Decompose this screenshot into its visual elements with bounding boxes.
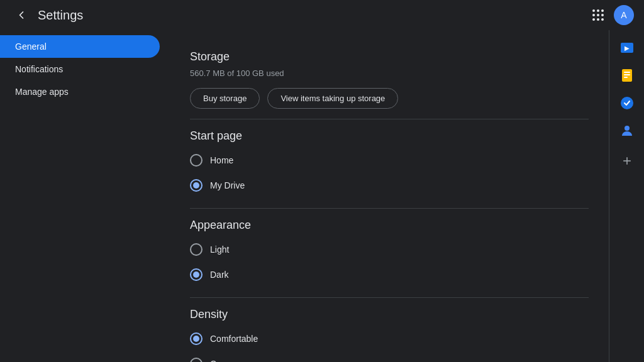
avatar[interactable]: A: [614, 5, 634, 25]
top-bar: Settings A: [0, 0, 644, 30]
start-page-title: Start page: [190, 129, 589, 143]
storage-section: Storage 560.7 MB of 100 GB used Buy stor…: [190, 40, 589, 119]
appearance-section: Appearance Light Dark: [190, 209, 589, 298]
keep-app-icon[interactable]: [614, 63, 640, 88]
appearance-light-option[interactable]: Light: [190, 237, 589, 262]
tasks-app-icon[interactable]: [614, 90, 640, 116]
contacts-app-icon[interactable]: [614, 118, 640, 143]
view-items-button[interactable]: View items taking up storage: [267, 88, 398, 109]
grid-icon: [592, 9, 604, 21]
svg-point-6: [621, 97, 633, 109]
svg-rect-4: [624, 74, 630, 75]
light-radio[interactable]: [190, 243, 203, 256]
home-label: Home: [210, 155, 233, 165]
comfortable-label: Comfortable: [210, 334, 258, 344]
dark-label: Dark: [210, 270, 229, 280]
sidebar-item-manage-apps[interactable]: Manage apps: [0, 80, 160, 103]
svg-rect-3: [624, 72, 630, 73]
density-section: Density Comfortable Cozy Compact: [190, 298, 589, 362]
settings-content: Storage 560.7 MB of 100 GB used Buy stor…: [170, 30, 609, 362]
storage-title: Storage: [190, 50, 589, 63]
density-title: Density: [190, 308, 589, 321]
cozy-radio[interactable]: [190, 358, 203, 362]
back-button[interactable]: [10, 4, 33, 26]
start-page-section: Start page Home My Drive: [190, 119, 589, 209]
light-label: Light: [210, 244, 229, 255]
storage-buttons: Buy storage View items taking up storage: [190, 88, 589, 109]
add-app-button[interactable]: [614, 148, 640, 173]
density-comfortable-option[interactable]: Comfortable: [190, 326, 589, 351]
sidebar-item-general[interactable]: General: [0, 35, 160, 58]
start-page-home-option[interactable]: Home: [190, 148, 589, 173]
page-title: Settings: [38, 8, 83, 23]
start-page-mydrive-option[interactable]: My Drive: [190, 173, 589, 198]
storage-used-text: 560.7 MB of 100 GB used: [190, 69, 589, 78]
my-drive-label: My Drive: [210, 180, 245, 190]
appearance-dark-option[interactable]: Dark: [190, 262, 589, 287]
sidebar-item-notifications[interactable]: Notifications: [0, 58, 160, 80]
top-right-actions: A: [587, 4, 634, 26]
home-radio[interactable]: [190, 154, 203, 167]
dark-radio[interactable]: [190, 268, 203, 281]
density-cozy-option[interactable]: Cozy: [190, 351, 589, 362]
buy-storage-button[interactable]: Buy storage: [190, 88, 260, 109]
cozy-label: Cozy: [210, 359, 230, 362]
my-drive-radio[interactable]: [190, 179, 203, 192]
apps-grid-button[interactable]: [587, 4, 609, 26]
drive-app-icon[interactable]: ▶: [614, 35, 640, 60]
sidebar: General Notifications Manage apps: [0, 30, 170, 362]
far-right-panel: ▶: [609, 30, 644, 362]
appearance-title: Appearance: [190, 219, 589, 232]
svg-rect-5: [624, 77, 628, 78]
svg-point-7: [625, 126, 630, 131]
main-layout: General Notifications Manage apps Storag…: [0, 30, 644, 362]
right-panel: Storage 560.7 MB of 100 GB used Buy stor…: [170, 30, 644, 362]
comfortable-radio[interactable]: [190, 332, 203, 345]
svg-text:▶: ▶: [625, 45, 630, 52]
